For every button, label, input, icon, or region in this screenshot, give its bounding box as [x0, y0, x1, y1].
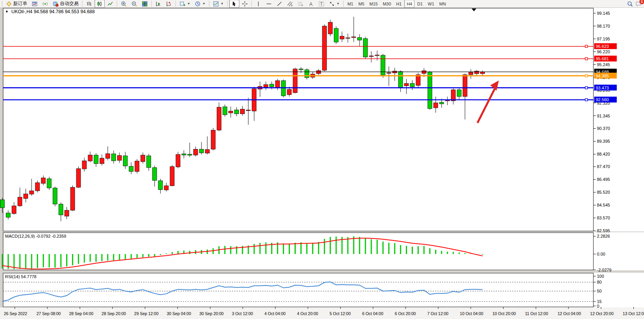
- equidistant-channel-icon: E: [287, 1, 293, 7]
- time-axis-label: 4 Oct 04:00: [265, 311, 286, 316]
- text-tool-button[interactable]: A: [306, 0, 316, 8]
- panel-separator[interactable]: [0, 231, 644, 232]
- candle-body: [393, 71, 397, 73]
- svg-text:E: E: [291, 4, 293, 7]
- time-axis-label: 30 Sep 20:00: [199, 311, 224, 316]
- trading-terminal: 新订单 自动交易: [0, 0, 644, 319]
- cursor-tool-button[interactable]: [229, 0, 239, 8]
- timeframe-m30-button[interactable]: M30: [381, 0, 393, 8]
- notifications-button[interactable]: 1: [635, 1, 642, 7]
- collapse-triangle-icon[interactable]: ▼: [5, 10, 9, 14]
- candle-body: [223, 107, 227, 115]
- timeframe-m5-button[interactable]: M5: [356, 0, 367, 8]
- level-end-marker[interactable]: [585, 98, 588, 101]
- level-end-marker[interactable]: [585, 58, 588, 60]
- vertical-line-tool-button[interactable]: [253, 0, 263, 8]
- macd-panel[interactable]: [3, 233, 593, 270]
- timeframe-mn-button[interactable]: MN: [437, 0, 448, 8]
- price-axis-label: 98.170: [597, 24, 610, 28]
- channel-tool-button[interactable]: E: [285, 0, 295, 8]
- candle-body: [88, 155, 92, 161]
- candle-body: [240, 109, 245, 114]
- add-indicator-button[interactable]: ▼: [177, 0, 192, 8]
- price-axis-label: 83.570: [597, 216, 610, 220]
- candle-body: [475, 71, 479, 74]
- candle-body: [375, 55, 379, 56]
- toolbar-separator: [209, 1, 209, 7]
- line-chart-mode-button[interactable]: [105, 0, 115, 8]
- bar-chart-mode-button[interactable]: [84, 0, 94, 8]
- chart-canvas[interactable]: 99.14598.17097.19596.22095.24594.27093.2…: [0, 0, 644, 319]
- price-axis-label: 91.345: [597, 114, 610, 118]
- candle-body: [118, 156, 122, 161]
- timeframe-d1-button[interactable]: D1: [415, 0, 425, 8]
- candle-body: [76, 168, 81, 187]
- toolbar-separator: [175, 1, 176, 7]
- trendline-tool-button[interactable]: [274, 0, 284, 8]
- market-watch-button[interactable]: [40, 0, 50, 8]
- main-chart-panel[interactable]: [3, 8, 593, 231]
- candle-body: [275, 81, 280, 88]
- price-badge-label: 96.623: [596, 44, 609, 49]
- level-end-marker[interactable]: [585, 87, 588, 89]
- time-axis-label: 4 Oct 20:00: [297, 311, 318, 316]
- toolbar-grip[interactable]: [2, 1, 3, 7]
- candle-body: [94, 155, 98, 164]
- timeframe-w1-button[interactable]: W1: [425, 0, 437, 8]
- price-badge-label: 92.560: [596, 97, 609, 102]
- zoom-out-icon: [131, 1, 137, 7]
- candle-body: [346, 38, 350, 39]
- zoom-out-button[interactable]: [129, 0, 139, 8]
- price-badge-label: 93.473: [596, 86, 609, 90]
- tile-windows-button[interactable]: [140, 0, 150, 8]
- arrow-shapes-icon: [329, 1, 335, 7]
- candle-body: [105, 154, 110, 158]
- candle-body: [352, 37, 356, 38]
- periods-button[interactable]: ▼: [193, 0, 207, 8]
- candlestick-mode-button[interactable]: [95, 0, 105, 8]
- panel-separator[interactable]: [0, 270, 644, 273]
- timeframe-h4-button[interactable]: H4: [404, 0, 414, 8]
- level-end-marker[interactable]: [585, 75, 588, 77]
- zoom-in-icon: [121, 1, 127, 7]
- toolbar-separator: [227, 1, 228, 7]
- time-axis-label: 10 Oct 04:00: [460, 311, 483, 316]
- new-order-button[interactable]: 新订单: [4, 0, 29, 8]
- crosshair-tool-button[interactable]: [240, 0, 250, 8]
- candle-body: [82, 161, 86, 169]
- candle-body: [246, 110, 251, 111]
- rsi-name: RSI(14): [5, 274, 20, 279]
- text-label-icon: T: [318, 1, 325, 7]
- clock-icon: [195, 1, 201, 7]
- timeframe-m15-button[interactable]: M15: [367, 0, 380, 8]
- text-label-tool-button[interactable]: T: [316, 0, 326, 8]
- price-axis-label: 85.520: [597, 190, 610, 195]
- chart-shift-button[interactable]: [164, 0, 174, 8]
- search-icon[interactable]: [627, 1, 633, 7]
- candle-body: [153, 168, 157, 181]
- toolbar-separator: [151, 1, 152, 7]
- candle-body: [176, 154, 180, 167]
- candle-body: [164, 186, 168, 190]
- rsi-panel[interactable]: [3, 273, 593, 307]
- candle-body: [199, 149, 204, 152]
- macd-axis-label: -2.0279: [597, 268, 611, 272]
- auto-scroll-button[interactable]: [153, 0, 163, 8]
- add-indicator-icon: [179, 1, 186, 7]
- candle-body: [398, 72, 403, 88]
- horizontal-line-tool-button[interactable]: [264, 0, 274, 8]
- timeframe-m1-button[interactable]: M1: [345, 0, 356, 8]
- zoom-in-button[interactable]: [119, 0, 129, 8]
- templates-button[interactable]: ▼: [211, 0, 226, 8]
- fibonacci-tool-button[interactable]: F: [295, 0, 305, 8]
- level-end-marker[interactable]: [585, 45, 588, 47]
- time-axis-label: 29 Sep 12:00: [134, 311, 159, 316]
- rsi-axis-label: 80: [597, 280, 602, 284]
- charts-window-button[interactable]: [30, 0, 40, 8]
- arrows-tool-button[interactable]: ▼: [327, 0, 342, 8]
- candle-body: [211, 130, 215, 149]
- timeframe-h1-button[interactable]: H1: [394, 0, 404, 8]
- new-order-label: 新订单: [13, 0, 27, 7]
- auto-trading-button[interactable]: 自动交易: [51, 0, 81, 8]
- macd-signal-value: -0.2359: [52, 234, 66, 238]
